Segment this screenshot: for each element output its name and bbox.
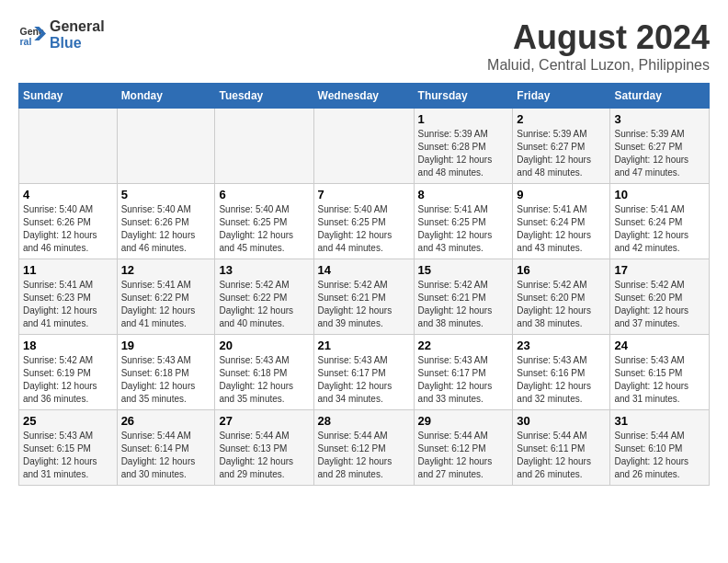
calendar-table: SundayMondayTuesdayWednesdayThursdayFrid…	[18, 83, 710, 486]
calendar-cell: 25Sunrise: 5:43 AM Sunset: 6:15 PM Dayli…	[19, 410, 118, 486]
calendar-cell: 23Sunrise: 5:43 AM Sunset: 6:16 PM Dayli…	[513, 335, 610, 410]
weekday-header: Thursday	[414, 84, 513, 109]
calendar-cell: 18Sunrise: 5:42 AM Sunset: 6:19 PM Dayli…	[19, 335, 118, 410]
title-section: August 2024 Maluid, Central Luzon, Phili…	[487, 18, 710, 74]
day-number: 27	[219, 414, 309, 428]
day-number: 20	[219, 339, 309, 352]
day-info: Sunrise: 5:44 AM Sunset: 6:10 PM Dayligh…	[614, 430, 705, 481]
day-info: Sunrise: 5:39 AM Sunset: 6:27 PM Dayligh…	[517, 128, 606, 179]
day-number: 5	[121, 188, 211, 201]
day-number: 9	[517, 188, 606, 201]
calendar-cell: 14Sunrise: 5:42 AM Sunset: 6:21 PM Dayli…	[313, 259, 414, 335]
day-number: 11	[23, 263, 113, 277]
calendar-cell: 7Sunrise: 5:40 AM Sunset: 6:25 PM Daylig…	[313, 184, 414, 259]
day-number: 16	[517, 263, 606, 277]
day-number: 29	[418, 414, 509, 428]
calendar-cell	[117, 109, 215, 184]
day-number: 13	[219, 263, 309, 277]
day-number: 21	[318, 339, 410, 352]
day-info: Sunrise: 5:42 AM Sunset: 6:20 PM Dayligh…	[614, 279, 705, 330]
calendar-cell: 31Sunrise: 5:44 AM Sunset: 6:10 PM Dayli…	[610, 410, 710, 486]
day-number: 22	[418, 339, 509, 352]
calendar-cell: 9Sunrise: 5:41 AM Sunset: 6:24 PM Daylig…	[513, 184, 610, 259]
calendar-cell: 2Sunrise: 5:39 AM Sunset: 6:27 PM Daylig…	[513, 109, 610, 184]
day-info: Sunrise: 5:43 AM Sunset: 6:17 PM Dayligh…	[418, 354, 509, 406]
calendar-cell: 20Sunrise: 5:43 AM Sunset: 6:18 PM Dayli…	[215, 335, 313, 410]
day-number: 19	[121, 339, 211, 352]
day-number: 2	[517, 112, 606, 126]
logo-line2: Blue	[50, 35, 82, 51]
day-info: Sunrise: 5:40 AM Sunset: 6:26 PM Dayligh…	[121, 203, 211, 255]
day-number: 17	[614, 263, 705, 277]
day-info: Sunrise: 5:41 AM Sunset: 6:24 PM Dayligh…	[517, 203, 606, 255]
day-number: 25	[23, 414, 113, 428]
main-title: August 2024	[487, 18, 710, 57]
calendar-cell: 30Sunrise: 5:44 AM Sunset: 6:11 PM Dayli…	[513, 410, 610, 486]
calendar-cell: 19Sunrise: 5:43 AM Sunset: 6:18 PM Dayli…	[117, 335, 215, 410]
subtitle: Maluid, Central Luzon, Philippines	[487, 57, 710, 74]
day-number: 28	[318, 414, 410, 428]
day-number: 4	[23, 188, 113, 201]
day-info: Sunrise: 5:39 AM Sunset: 6:28 PM Dayligh…	[418, 128, 509, 179]
day-number: 23	[517, 339, 606, 352]
day-number: 8	[418, 188, 509, 201]
day-number: 30	[517, 414, 606, 428]
weekday-header: Friday	[513, 84, 610, 109]
weekday-header: Wednesday	[313, 84, 414, 109]
day-number: 12	[121, 263, 211, 277]
svg-text:ral: ral	[20, 35, 32, 46]
day-number: 3	[614, 112, 705, 126]
calendar-week-row: 4Sunrise: 5:40 AM Sunset: 6:26 PM Daylig…	[19, 184, 710, 259]
day-number: 14	[318, 263, 410, 277]
day-info: Sunrise: 5:44 AM Sunset: 6:14 PM Dayligh…	[121, 430, 211, 481]
day-number: 1	[418, 112, 509, 126]
weekday-header: Sunday	[19, 84, 118, 109]
header: Gene ral General Blue August 2024 Maluid…	[18, 18, 710, 74]
day-info: Sunrise: 5:43 AM Sunset: 6:18 PM Dayligh…	[121, 354, 211, 406]
calendar-week-row: 1Sunrise: 5:39 AM Sunset: 6:28 PM Daylig…	[19, 109, 710, 184]
logo: Gene ral General Blue	[18, 18, 105, 51]
logo-line1: General	[50, 18, 105, 34]
day-number: 7	[318, 188, 410, 201]
day-info: Sunrise: 5:44 AM Sunset: 6:12 PM Dayligh…	[418, 430, 509, 481]
day-info: Sunrise: 5:40 AM Sunset: 6:26 PM Dayligh…	[23, 203, 113, 255]
calendar-cell	[215, 109, 313, 184]
calendar-cell: 17Sunrise: 5:42 AM Sunset: 6:20 PM Dayli…	[610, 259, 710, 335]
calendar-cell: 8Sunrise: 5:41 AM Sunset: 6:25 PM Daylig…	[414, 184, 513, 259]
day-info: Sunrise: 5:39 AM Sunset: 6:27 PM Dayligh…	[614, 128, 705, 179]
calendar-cell: 3Sunrise: 5:39 AM Sunset: 6:27 PM Daylig…	[610, 109, 710, 184]
calendar-week-row: 11Sunrise: 5:41 AM Sunset: 6:23 PM Dayli…	[19, 259, 710, 335]
calendar-cell: 22Sunrise: 5:43 AM Sunset: 6:17 PM Dayli…	[414, 335, 513, 410]
calendar-cell	[313, 109, 414, 184]
day-info: Sunrise: 5:42 AM Sunset: 6:19 PM Dayligh…	[23, 354, 113, 406]
day-info: Sunrise: 5:40 AM Sunset: 6:25 PM Dayligh…	[219, 203, 309, 255]
calendar-cell: 29Sunrise: 5:44 AM Sunset: 6:12 PM Dayli…	[414, 410, 513, 486]
day-info: Sunrise: 5:42 AM Sunset: 6:21 PM Dayligh…	[418, 279, 509, 330]
calendar-header-row: SundayMondayTuesdayWednesdayThursdayFrid…	[19, 84, 710, 109]
day-info: Sunrise: 5:44 AM Sunset: 6:12 PM Dayligh…	[318, 430, 410, 481]
day-info: Sunrise: 5:41 AM Sunset: 6:24 PM Dayligh…	[614, 203, 705, 255]
day-number: 15	[418, 263, 509, 277]
calendar-cell: 6Sunrise: 5:40 AM Sunset: 6:25 PM Daylig…	[215, 184, 313, 259]
calendar-cell: 16Sunrise: 5:42 AM Sunset: 6:20 PM Dayli…	[513, 259, 610, 335]
day-number: 24	[614, 339, 705, 352]
day-number: 10	[614, 188, 705, 201]
calendar-cell	[19, 109, 118, 184]
day-info: Sunrise: 5:41 AM Sunset: 6:22 PM Dayligh…	[121, 279, 211, 330]
day-number: 18	[23, 339, 113, 352]
day-info: Sunrise: 5:42 AM Sunset: 6:20 PM Dayligh…	[517, 279, 606, 330]
calendar-cell: 10Sunrise: 5:41 AM Sunset: 6:24 PM Dayli…	[610, 184, 710, 259]
day-info: Sunrise: 5:43 AM Sunset: 6:15 PM Dayligh…	[614, 354, 705, 406]
day-info: Sunrise: 5:44 AM Sunset: 6:11 PM Dayligh…	[517, 430, 606, 481]
calendar-cell: 21Sunrise: 5:43 AM Sunset: 6:17 PM Dayli…	[313, 335, 414, 410]
weekday-header: Saturday	[610, 84, 710, 109]
day-info: Sunrise: 5:42 AM Sunset: 6:21 PM Dayligh…	[318, 279, 410, 330]
calendar-cell: 11Sunrise: 5:41 AM Sunset: 6:23 PM Dayli…	[19, 259, 118, 335]
calendar-cell: 12Sunrise: 5:41 AM Sunset: 6:22 PM Dayli…	[117, 259, 215, 335]
calendar-cell: 4Sunrise: 5:40 AM Sunset: 6:26 PM Daylig…	[19, 184, 118, 259]
calendar-week-row: 25Sunrise: 5:43 AM Sunset: 6:15 PM Dayli…	[19, 410, 710, 486]
day-info: Sunrise: 5:44 AM Sunset: 6:13 PM Dayligh…	[219, 430, 309, 481]
day-info: Sunrise: 5:40 AM Sunset: 6:25 PM Dayligh…	[318, 203, 410, 255]
day-info: Sunrise: 5:43 AM Sunset: 6:17 PM Dayligh…	[318, 354, 410, 406]
weekday-header: Monday	[117, 84, 215, 109]
